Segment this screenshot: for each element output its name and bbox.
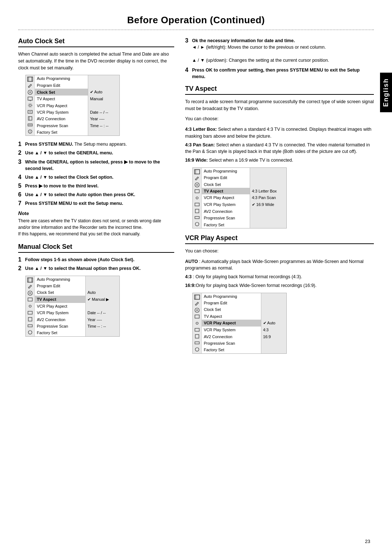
svg-rect-47 (195, 335, 199, 338)
disc-icon2 (28, 291, 33, 296)
step-item: 5 Press ▶ to move to the third level. (18, 183, 174, 189)
step-item: 7 Press SYSTEM MENU to exit the Setup me… (18, 200, 174, 207)
svg-point-43 (196, 309, 198, 311)
svg-point-5 (29, 92, 31, 93)
disc-icon4 (195, 308, 200, 313)
note-box: Note There are cases where the TV statio… (18, 210, 174, 237)
factory-icon3 (195, 222, 200, 227)
table-row: Clock Set (193, 306, 286, 313)
svg-rect-48 (195, 342, 199, 344)
svg-rect-24 (28, 298, 32, 301)
vcr-icon3 (195, 202, 200, 207)
auto-clock-set-section: Auto Clock Set When Channel auto search … (18, 37, 174, 237)
svg-rect-26 (28, 311, 32, 314)
table-row: VCR Play Aspect (26, 102, 119, 109)
svg-point-18 (30, 132, 30, 133)
table-row: VCR Play System 4:3 (193, 327, 286, 333)
page-number: 23 (365, 539, 370, 544)
svg-rect-37 (195, 209, 199, 213)
table-row: Clock Set Auto (26, 289, 119, 296)
svg-point-49 (195, 348, 199, 351)
av-icon4 (195, 334, 200, 339)
table-row: Auto Programming (193, 168, 286, 174)
svg-point-9 (28, 104, 32, 108)
auto-clock-set-title: Auto Clock Set (18, 37, 174, 47)
manual-clock-steps: 1 Follow steps 1-5 as shown above (Auto … (18, 256, 174, 272)
factory-icon4 (195, 347, 200, 352)
vcr-icon2 (28, 310, 33, 315)
gear-icon3 (195, 195, 200, 200)
menu-screenshot-1: Auto Programming Program Edit Clock Set … (25, 75, 120, 136)
tv-aspect-options: 4:3 Letter Box: Select when a standard 4… (185, 126, 374, 164)
page-title: Before Operation (Continued) (18, 15, 374, 26)
svg-rect-27 (28, 317, 32, 321)
svg-point-42 (195, 308, 199, 312)
table-row: Factory Set (26, 129, 119, 135)
right-top-steps: 3 Ok the necessary information for date … (185, 37, 374, 80)
table-row: VCR Play System ✔ 16:9 Wide (193, 201, 286, 208)
tv-icon2 (28, 297, 33, 302)
menu-screenshot-4: Auto Programming Program Edit Clock Set … (192, 293, 287, 354)
vcr-play-aspect-options: AUTO : Automatically plays back Wide-Scr… (185, 258, 374, 289)
table-row: VCR Play Aspect (26, 303, 119, 309)
svg-rect-28 (28, 325, 32, 327)
step-item: 2 Use ▲ / ▼ to select the GENERAL menu. (18, 150, 174, 156)
table-row: Program Edit (26, 82, 119, 89)
table-row: Progressive Scan (193, 215, 286, 221)
vcr-icon (28, 109, 33, 114)
tv-aspect-title: TV Aspect (185, 85, 374, 95)
svg-rect-40 (195, 295, 200, 299)
table-row: Factory Set (193, 221, 286, 228)
svg-line-3 (28, 87, 29, 88)
table-row: Program Edit (26, 283, 119, 289)
table-row: Auto Programming (26, 276, 119, 283)
step-item: 4 Press OK to confirm your setting, then… (185, 67, 374, 80)
vcr-play-aspect-title: VCR Play Aspect (185, 234, 374, 244)
vcr-play-aspect-section: VCR Play Aspect You can choose: AUTO : A… (185, 234, 374, 354)
svg-point-4 (28, 90, 32, 94)
gear-icon2 (28, 304, 33, 309)
svg-point-32 (195, 183, 199, 187)
film-icon2 (27, 278, 33, 283)
table-row: Factory Set (26, 329, 119, 336)
table-row: TV Aspect Manual (26, 96, 119, 102)
vcr-icon4 (195, 327, 200, 332)
table-row: Auto Programming (193, 293, 286, 300)
table-row: Program Edit (193, 300, 286, 306)
step-item: 3 Ok the necessary information for date … (185, 37, 374, 64)
step-item: 1 Press SYSTEM MENU. The Setup menu appe… (18, 141, 174, 147)
english-sidebar: English (380, 73, 392, 112)
svg-point-22 (28, 291, 32, 295)
svg-rect-12 (28, 117, 32, 120)
gear-icon (28, 103, 33, 108)
table-row: TV Aspect 4:3 Letter Box (193, 188, 286, 194)
menu-screenshot-2: Auto Programming Program Edit Clock Set … (25, 276, 120, 337)
auto-clock-steps: 1 Press SYSTEM MENU. The Setup menu appe… (18, 141, 174, 207)
pencil-icon4 (195, 301, 200, 306)
svg-rect-44 (195, 315, 199, 318)
svg-point-23 (29, 292, 31, 294)
svg-rect-36 (195, 203, 199, 206)
film-icon3 (194, 169, 200, 174)
table-row: Clock Set ✔ Auto (26, 89, 119, 96)
step-item: 2 Use ▲ / ▼ to select the Manual option … (18, 265, 174, 272)
pencil-icon (28, 83, 33, 88)
factory-icon2 (28, 330, 33, 335)
svg-point-33 (196, 184, 198, 186)
svg-rect-46 (195, 328, 199, 331)
tv-aspect-body: To record a wide screen format programme… (185, 98, 374, 112)
table-row: Clock Set (193, 181, 286, 187)
tv-icon (28, 96, 33, 101)
av-icon3 (195, 208, 200, 214)
table-row: Auto Programming (26, 75, 119, 82)
divider (18, 29, 374, 30)
table-row: VCR Play Aspect 4:3 Pan Scan (193, 194, 286, 201)
table-row: Progressive Scan (193, 340, 286, 347)
svg-rect-30 (195, 170, 200, 174)
step-item: 4 Use ▲ / ▼ to select the Clock Set opti… (18, 174, 174, 181)
table-row: AV2 Connection (193, 208, 286, 215)
scan-icon4 (195, 340, 200, 345)
svg-point-29 (28, 331, 32, 334)
svg-point-8 (29, 104, 31, 106)
step-item: 1 Follow steps 1-5 as shown above (Auto … (18, 256, 174, 263)
